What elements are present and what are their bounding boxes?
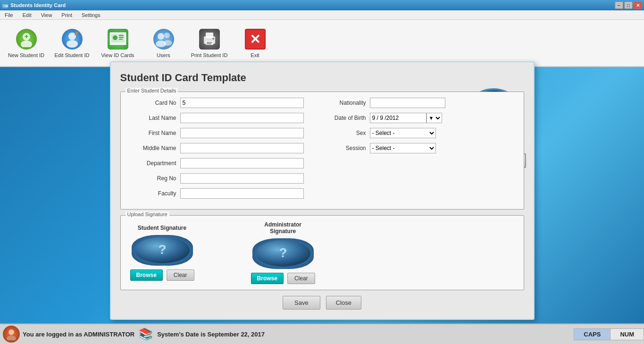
user-avatar-icon	[3, 326, 20, 343]
app-title: Students Identity Card	[10, 2, 66, 8]
minimize-button[interactable]: −	[615, 1, 623, 9]
key-indicators: CAPS NUM	[574, 328, 644, 340]
student-details-legend: Enter Student Details	[125, 88, 178, 93]
dob-label: Date of Birth	[323, 115, 370, 121]
faculty-row: Faculty	[128, 188, 304, 199]
admin-sig-buttons: Browse Clear	[251, 273, 315, 284]
dob-dropdown[interactable]: ▼	[427, 113, 442, 123]
sex-select[interactable]: - Select - Male Female	[370, 128, 436, 138]
svg-rect-18	[206, 41, 213, 45]
session-label: Session	[323, 145, 370, 151]
login-status-text: You are logged in as ADMINISTRATOR	[23, 331, 134, 338]
middle-name-row: Middle Name	[128, 143, 304, 153]
menu-view[interactable]: View	[38, 11, 55, 19]
svg-point-15	[164, 40, 172, 46]
dob-input[interactable]	[370, 113, 427, 123]
svg-point-14	[164, 33, 170, 38]
last-name-label: Last Name	[128, 115, 180, 121]
title-bar: 🪪 Students Identity Card − □ ✕	[0, 0, 644, 10]
date-status-text: System's Date is September 22, 2017	[157, 331, 265, 338]
svg-rect-17	[206, 33, 213, 38]
browse-admin-sig-button[interactable]: Browse	[251, 273, 284, 284]
svg-point-4	[67, 40, 78, 48]
svg-point-30	[8, 329, 14, 335]
close-button[interactable]: Close	[326, 296, 361, 310]
maximize-button[interactable]: □	[624, 1, 633, 9]
reg-no-row: Reg No	[128, 173, 304, 184]
form-columns: Card No Last Name First Name Middle Name	[128, 98, 516, 203]
new-student-icon: +	[15, 28, 38, 50]
department-input[interactable]	[180, 158, 304, 168]
signature-section: Upload Signature Student Signature	[120, 215, 524, 290]
student-sig-block: Student Signature ?	[130, 225, 194, 281]
title-bar-left: 🪪 Students Identity Card	[2, 2, 66, 8]
close-window-button[interactable]: ✕	[634, 1, 642, 9]
svg-rect-19	[207, 42, 212, 43]
card-no-input[interactable]	[180, 98, 304, 108]
main-content: ? Browse Clear Student ID Card Template …	[0, 58, 644, 323]
svg-point-31	[7, 336, 16, 340]
department-label: Department	[128, 160, 180, 167]
faculty-input[interactable]	[180, 188, 304, 199]
view-id-cards-icon	[107, 28, 129, 50]
card-no-label: Card No	[128, 100, 180, 106]
sex-label: Sex	[323, 130, 370, 136]
signature-row: Student Signature ?	[130, 221, 514, 284]
last-name-row: Last Name	[128, 113, 304, 123]
svg-point-8	[113, 35, 117, 40]
reg-no-input[interactable]	[180, 173, 304, 184]
menu-settings[interactable]: Settings	[79, 11, 103, 19]
save-button[interactable]: Save	[283, 296, 320, 310]
svg-rect-20	[207, 43, 211, 44]
svg-rect-5	[74, 31, 78, 35]
exit-icon: ✕	[244, 28, 267, 50]
left-form-col: Card No Last Name First Name Middle Name	[128, 98, 313, 203]
svg-point-1	[21, 41, 32, 47]
menu-print[interactable]: Print	[59, 11, 75, 19]
svg-rect-11	[119, 39, 123, 40]
middle-name-input[interactable]	[180, 143, 304, 153]
print-icon	[198, 28, 221, 50]
signature-legend: Upload Signature	[125, 211, 169, 217]
card-panel: ? Browse Clear Student ID Card Template …	[110, 61, 535, 320]
browse-student-sig-button[interactable]: Browse	[130, 269, 163, 281]
last-name-input[interactable]	[180, 113, 304, 123]
student-sig-label: Student Signature	[138, 225, 186, 231]
student-sig-preview: ?	[132, 235, 193, 266]
sex-row: Sex - Select - Male Female	[323, 128, 445, 138]
menu-file[interactable]: File	[2, 11, 16, 19]
nationality-input[interactable]	[370, 98, 445, 108]
menu-edit[interactable]: Edit	[20, 11, 34, 19]
clear-student-sig-button[interactable]: Clear	[167, 269, 194, 281]
student-details-section: Enter Student Details Card No Last Name …	[120, 92, 524, 210]
faculty-label: Faculty	[128, 190, 180, 197]
caps-indicator: CAPS	[574, 328, 610, 340]
users-icon	[152, 28, 175, 50]
status-bar: You are logged in as ADMINISTRATOR 📚 Sys…	[0, 323, 644, 344]
menu-bar: File Edit View Print Settings	[0, 10, 644, 20]
dob-row: Date of Birth ▼	[323, 113, 445, 123]
card-no-row: Card No	[128, 98, 304, 108]
edit-student-icon	[61, 28, 84, 50]
svg-rect-9	[119, 35, 124, 36]
session-row: Session - Select - 2010/2011 2011/2012 2…	[323, 143, 445, 153]
svg-text:+: +	[24, 33, 28, 40]
svg-rect-10	[119, 37, 124, 38]
clear-admin-sig-button[interactable]: Clear	[287, 273, 315, 284]
app-icon: 🪪	[2, 2, 8, 8]
session-select[interactable]: - Select - 2010/2011 2011/2012 2012/2013	[370, 143, 436, 153]
right-form-col: Nationality Date of Birth ▼ Sex - Selec	[313, 98, 445, 203]
svg-point-3	[68, 33, 76, 40]
admin-sig-preview: ?	[252, 238, 314, 269]
svg-text:?: ?	[279, 245, 287, 260]
first-name-label: First Name	[128, 130, 180, 136]
book-icon: 📚	[137, 326, 154, 343]
title-bar-controls: − □ ✕	[615, 1, 642, 9]
student-sig-buttons: Browse Clear	[130, 269, 194, 281]
bottom-buttons: Save Close	[120, 296, 524, 310]
department-row: Department	[128, 158, 304, 168]
nationality-label: Nationality	[323, 100, 370, 106]
nationality-row: Nationality	[323, 98, 445, 108]
reg-no-label: Reg No	[128, 175, 180, 182]
first-name-input[interactable]	[180, 128, 304, 138]
